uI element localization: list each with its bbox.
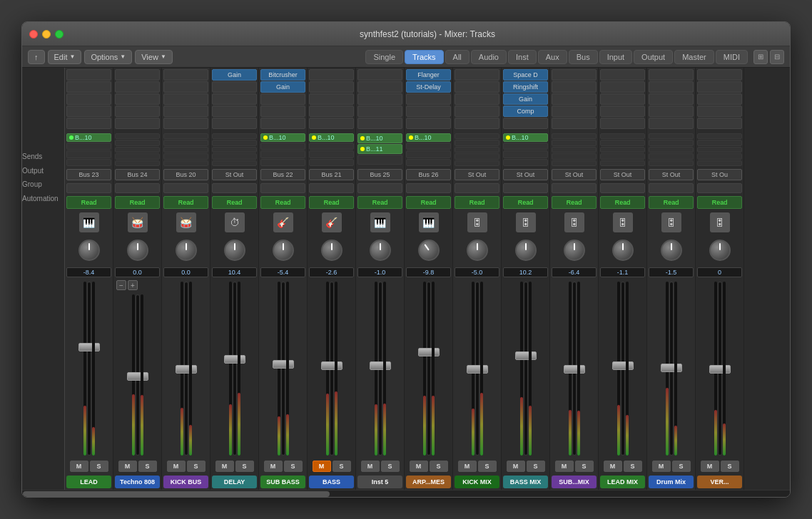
insert-slot-2-empty[interactable]: [163, 93, 208, 105]
fader-track[interactable]: [136, 294, 140, 456]
insert-slot-2-empty[interactable]: [649, 93, 694, 105]
pan-knob[interactable]: [273, 240, 294, 261]
mute-btn[interactable]: M: [555, 461, 574, 472]
instrument-icon[interactable]: 🎛: [710, 212, 730, 232]
instrument-icon[interactable]: 🎹: [419, 212, 439, 232]
insert-slot-1-empty[interactable]: [649, 81, 694, 93]
tab-tracks[interactable]: Tracks: [405, 50, 444, 64]
group-slot[interactable]: [552, 183, 597, 193]
insert-slot-2-empty[interactable]: [600, 93, 645, 105]
horizontal-scrollbar[interactable]: [22, 490, 790, 497]
insert-slot-3-empty[interactable]: [66, 106, 111, 117]
fader[interactable]: [374, 282, 387, 456]
automation-btn[interactable]: Read: [163, 196, 208, 209]
output-label[interactable]: St Ou: [697, 169, 742, 180]
insert-slot-4-empty[interactable]: [357, 118, 402, 129]
solo-btn[interactable]: S: [575, 461, 594, 472]
fader-track[interactable]: [621, 282, 625, 456]
fader[interactable]: [180, 282, 193, 456]
tab-aux[interactable]: Aux: [538, 50, 567, 64]
insert-slot-0[interactable]: Flanger: [406, 69, 451, 81]
solo-btn[interactable]: S: [235, 461, 254, 472]
automation-btn[interactable]: Read: [649, 196, 694, 209]
automation-btn[interactable]: Read: [406, 196, 451, 209]
insert-slot-4-empty[interactable]: [455, 118, 499, 129]
automation-btn[interactable]: Read: [503, 196, 548, 209]
insert-slot-2-empty[interactable]: [455, 93, 499, 105]
send-slot-0[interactable]: B...10: [503, 133, 548, 142]
insert-slot-4-empty[interactable]: [406, 118, 451, 129]
minimize-button[interactable]: [42, 30, 51, 38]
fader[interactable]: [228, 282, 241, 456]
instrument-icon[interactable]: ⏱: [225, 212, 245, 232]
fader[interactable]: [568, 282, 581, 456]
insert-slot-4-empty[interactable]: [503, 118, 548, 129]
automation-btn[interactable]: Read: [66, 196, 111, 209]
insert-slot-2-empty[interactable]: [309, 93, 354, 105]
group-slot[interactable]: [115, 183, 160, 193]
insert-slot-4-empty[interactable]: [115, 118, 160, 129]
insert-slot-3-empty[interactable]: [260, 106, 305, 117]
pan-knob[interactable]: [127, 240, 148, 261]
insert-slot-1-empty[interactable]: [66, 81, 111, 93]
maximize-button[interactable]: [55, 30, 64, 38]
automation-btn[interactable]: Read: [600, 196, 645, 209]
fader-track[interactable]: [669, 282, 674, 456]
output-label[interactable]: St Out: [212, 169, 257, 180]
pan-knob[interactable]: [176, 240, 197, 261]
automation-btn[interactable]: Read: [357, 196, 402, 209]
pan-knob[interactable]: [224, 240, 245, 261]
add-btn[interactable]: +: [128, 280, 138, 290]
view-button[interactable]: View ▼: [135, 50, 173, 64]
solo-btn[interactable]: S: [284, 461, 303, 472]
pan-knob[interactable]: [467, 240, 488, 261]
automation-btn[interactable]: Read: [309, 196, 354, 209]
automation-btn[interactable]: Read: [552, 196, 597, 209]
insert-slot-1[interactable]: St-Delay: [406, 81, 451, 93]
solo-btn[interactable]: S: [333, 461, 351, 472]
fader[interactable]: [616, 282, 629, 456]
group-slot[interactable]: [455, 183, 499, 193]
close-button[interactable]: [29, 30, 38, 38]
fader[interactable]: [83, 282, 96, 456]
insert-slot-1[interactable]: Gain: [260, 81, 305, 93]
solo-btn[interactable]: S: [478, 461, 497, 472]
fader-track[interactable]: [281, 282, 285, 456]
group-slot[interactable]: [260, 183, 305, 193]
group-slot[interactable]: [66, 183, 111, 193]
fader[interactable]: [422, 282, 435, 456]
insert-slot-0-empty[interactable]: [115, 69, 160, 81]
fader-handle[interactable]: [273, 360, 294, 369]
instrument-icon[interactable]: 🥁: [176, 212, 196, 232]
instrument-icon[interactable]: 🎛: [661, 212, 681, 232]
output-label[interactable]: Bus 23: [66, 169, 111, 180]
insert-slot-4-empty[interactable]: [309, 118, 354, 129]
solo-btn[interactable]: S: [527, 461, 545, 472]
insert-slot-4-empty[interactable]: [260, 118, 305, 129]
insert-slot-2[interactable]: Gain: [503, 93, 548, 105]
insert-slot-0-empty[interactable]: [649, 69, 694, 81]
output-label[interactable]: Bus 25: [357, 169, 402, 180]
solo-btn[interactable]: S: [721, 461, 739, 472]
instrument-icon[interactable]: 🎛: [516, 212, 536, 232]
group-slot[interactable]: [309, 183, 354, 193]
fader-track[interactable]: [184, 282, 188, 456]
fader-handle[interactable]: [709, 365, 731, 374]
automation-btn[interactable]: Read: [212, 196, 257, 209]
pan-knob[interactable]: [78, 240, 100, 261]
tab-single[interactable]: Single: [365, 50, 403, 64]
insert-slot-4-empty[interactable]: [66, 118, 111, 129]
insert-slot-1-empty[interactable]: [115, 81, 160, 93]
instrument-icon[interactable]: 🥁: [128, 212, 148, 232]
insert-slot-3-empty[interactable]: [212, 106, 257, 117]
send-slot-0[interactable]: B...10: [357, 133, 402, 143]
group-slot[interactable]: [406, 183, 451, 193]
solo-btn[interactable]: S: [672, 461, 691, 472]
insert-slot-0-empty[interactable]: [697, 69, 742, 81]
tab-midi[interactable]: MIDI: [716, 50, 748, 64]
fader[interactable]: [277, 282, 290, 456]
tab-master[interactable]: Master: [674, 50, 714, 64]
mute-btn[interactable]: M: [652, 461, 671, 472]
fader-track[interactable]: [572, 282, 577, 456]
insert-slot-3-empty[interactable]: [115, 106, 160, 117]
